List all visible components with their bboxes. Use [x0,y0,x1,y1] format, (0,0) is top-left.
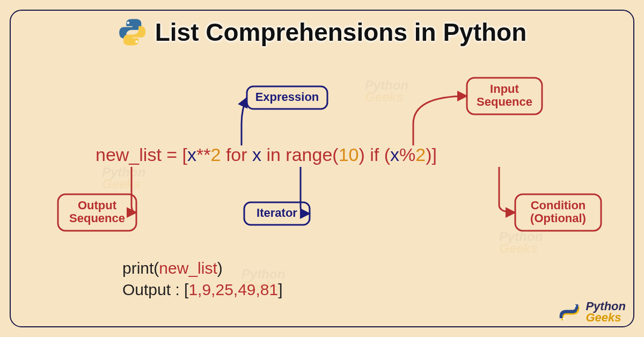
output-sequence-box-label: Sequence [69,211,125,225]
output-sequence-box-label: Output [78,199,117,212]
svg-point-3 [563,318,565,319]
arrow-expression [241,98,247,145]
condition-box-label: (Optional) [530,211,586,225]
python-snakes-icon [558,301,581,324]
code-line: new_list = [x**2 for x in range(10) if (… [96,144,437,165]
arrow-input [413,96,467,145]
condition-box-label: Condition [531,199,586,212]
output-line: Output : [1,9,25,49,81] [122,281,283,298]
arrow-condition [499,167,515,213]
expression-box-label: Expression [255,90,319,104]
svg-point-2 [575,305,576,306]
brand-text: Python Geeks [586,301,626,324]
input-sequence-box-label: Sequence [477,95,532,108]
input-sequence-box-label: Input [490,82,519,96]
diagram-svg: ExpressionInputSequenceOutputSequenceIte… [0,0,644,337]
arrow-iterator [301,167,310,214]
brand-logo: Python Geeks [558,301,626,324]
print-line: print(new_list) [122,259,223,277]
iterator-box-label: Iterator [257,206,297,219]
